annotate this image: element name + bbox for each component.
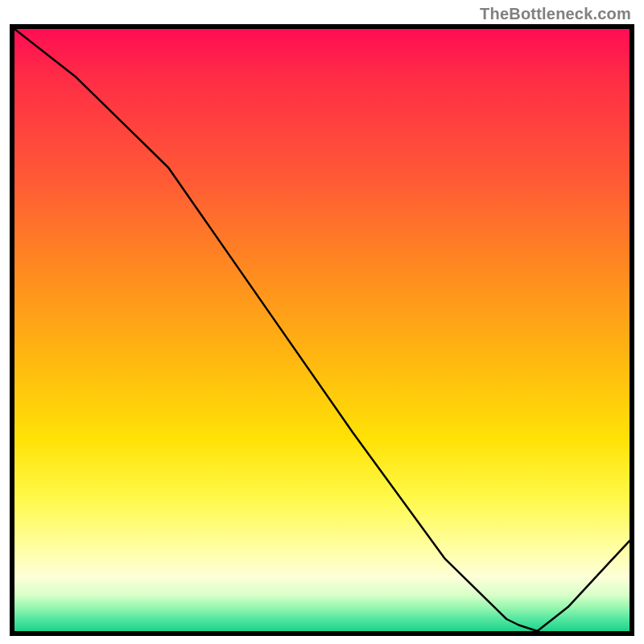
watermark-text: TheBottleneck.com [480,5,631,23]
plot-frame [10,24,634,636]
curve-path [14,29,630,631]
line-plot [14,29,630,631]
chart-container: TheBottleneck.com [0,0,644,644]
